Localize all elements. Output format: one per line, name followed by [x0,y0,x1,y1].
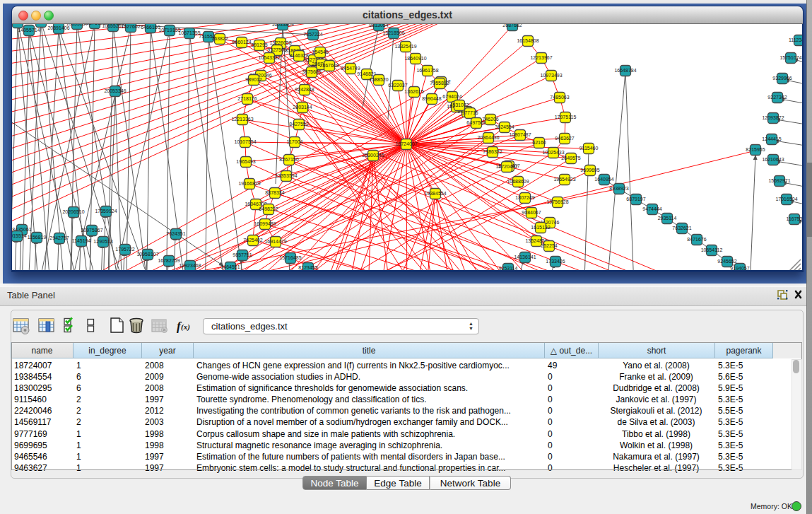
svg-text:19384554: 19384554 [424,191,446,196]
svg-text:8990448: 8990448 [422,96,441,101]
svg-text:10958107: 10958107 [136,252,158,257]
svg-text:154546: 154546 [312,49,328,54]
svg-text:10807487: 10807487 [509,132,531,137]
svg-text:2687682: 2687682 [502,24,522,28]
svg-text:20206510: 20206510 [62,209,84,214]
svg-text:15751074: 15751074 [779,55,801,60]
svg-text:1640954: 1640954 [594,177,613,182]
svg-text:14055714: 14055714 [18,28,40,33]
svg-text:989012: 989012 [245,77,261,82]
svg-text:1965493: 1965493 [236,159,255,164]
svg-text:7632621: 7632621 [672,226,691,230]
svg-text:19756928: 19756928 [546,199,568,204]
svg-text:9115460: 9115460 [579,146,599,151]
svg-text:763822: 763822 [211,36,228,41]
svg-text:10025433: 10025433 [542,150,564,155]
svg-text:19218506: 19218506 [382,30,404,35]
svg-text:16648784: 16648784 [614,68,636,73]
svg-text:1290513: 1290513 [93,239,112,244]
svg-text:3624554: 3624554 [495,124,514,129]
svg-text:14136141: 14136141 [514,255,536,259]
svg-text:19654923: 19654923 [553,177,575,182]
svg-text:12923468: 12923468 [179,263,201,268]
svg-text:10973493: 10973493 [540,73,562,78]
svg-text:1807249: 1807249 [515,195,534,200]
svg-text:12213967: 12213967 [530,55,552,60]
svg-text:9227342: 9227342 [767,95,787,100]
svg-text:7624351: 7624351 [166,231,185,236]
svg-text:9242848: 9242848 [295,87,314,92]
svg-text:(x): (x) [181,322,190,332]
svg-text:1733426: 1733426 [546,259,565,264]
svg-text:16154808: 16154808 [517,38,539,43]
svg-text:9327500: 9327500 [267,47,286,52]
svg-text:1156819: 1156819 [28,235,47,240]
svg-text:16033809: 16033809 [271,24,293,27]
svg-text:18640910: 18640910 [404,56,426,61]
svg-text:2935114: 2935114 [658,216,677,221]
svg-text:117004: 117004 [287,139,303,144]
svg-text:7625402: 7625402 [243,238,262,243]
svg-text:20891406: 20891406 [47,25,69,30]
svg-text:12213363: 12213363 [231,117,253,122]
svg-text:16914479: 16914479 [264,239,286,244]
svg-text:10107554: 10107554 [234,139,256,144]
svg-text:13325419: 13325419 [394,44,416,49]
svg-text:10688609: 10688609 [507,179,529,184]
svg-text:16210643: 16210643 [762,157,784,162]
svg-text:20053346: 20053346 [104,88,126,93]
svg-text:1615132: 1615132 [531,225,550,230]
svg-text:7357224: 7357224 [303,32,322,37]
svg-text:17359924: 17359924 [95,209,117,214]
svg-text:11123456: 11123456 [789,37,802,42]
svg-text:9464551: 9464551 [220,264,240,269]
svg-text:9245652: 9245652 [717,259,736,264]
svg-text:8123455: 8123455 [298,265,317,270]
svg-text:9253114: 9253114 [499,266,518,270]
svg-text:6794024: 6794024 [442,94,461,99]
svg-text:8267150: 8267150 [279,157,298,162]
svg-text:10543382: 10543382 [258,55,280,60]
svg-text:8454749: 8454749 [341,66,360,71]
svg-text:9194057: 9194057 [730,266,749,270]
svg-text:9474444: 9474444 [642,206,661,211]
svg-text:116753: 116753 [787,216,802,221]
svg-text:10719155: 10719155 [158,28,180,33]
svg-text:1527602: 1527602 [121,24,140,29]
svg-text:891295: 891295 [251,42,267,47]
svg-text:10671355: 10671355 [178,30,200,35]
svg-text:15720407: 15720407 [495,164,517,169]
svg-text:2649575: 2649575 [561,156,580,160]
svg-text:16782759: 16782759 [158,258,180,263]
svg-text:6879197: 6879197 [626,197,645,201]
svg-text:9463627: 9463627 [555,136,574,141]
svg-text:20364436: 20364436 [477,135,499,140]
svg-text:30975867: 30975867 [81,228,102,233]
svg-text:9857791: 9857791 [233,252,252,257]
svg-text:9084067: 9084067 [522,210,541,215]
svg-text:2867608: 2867608 [319,63,339,68]
svg-text:12093872: 12093872 [762,115,784,120]
svg-text:6466160: 6466160 [141,25,160,30]
svg-text:1588520: 1588520 [369,77,388,82]
svg-text:4531072: 4531072 [449,103,469,107]
svg-text:25300245: 25300245 [362,153,384,158]
svg-text:15692971: 15692971 [768,178,790,183]
svg-text:62160: 62160 [532,140,546,145]
svg-text:8938923: 8938923 [609,186,628,191]
svg-text:17016504: 17016504 [775,197,797,201]
svg-text:8427552: 8427552 [289,122,308,127]
svg-text:977716: 977716 [461,110,478,115]
svg-text:15716485: 15716485 [279,255,301,260]
svg-text:746206: 746206 [482,117,498,122]
svg-text:16099489: 16099489 [254,221,276,226]
svg-text:3915514: 3915514 [12,233,27,238]
svg-text:1244415: 1244415 [762,136,781,141]
svg-text:2718176: 2718176 [237,96,257,101]
svg-text:2942757: 2942757 [49,235,69,240]
svg-text:18724007: 18724007 [395,141,417,146]
svg-text:8215955: 8215955 [746,147,765,152]
svg-text:9699695: 9699695 [580,168,599,173]
svg-text:13226058: 13226058 [269,40,291,45]
svg-text:8660124: 8660124 [232,40,251,45]
